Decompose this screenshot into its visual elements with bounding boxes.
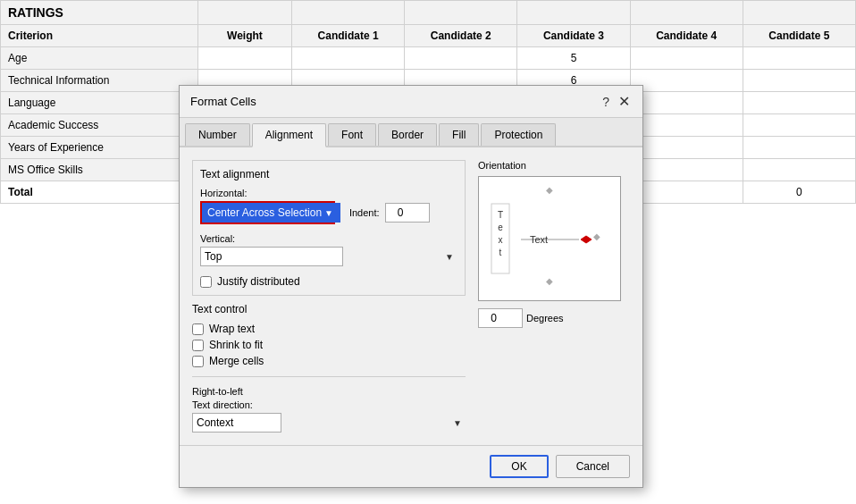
text-control-title: Text control <box>192 303 466 315</box>
tab-font[interactable]: Font <box>328 123 376 146</box>
degrees-label: Degrees <box>526 313 564 323</box>
indent-input[interactable] <box>385 203 430 223</box>
close-button[interactable]: ✕ <box>617 93 632 110</box>
col-c4-header: Candidate 4 <box>630 25 743 47</box>
col-c5-header: Candidate 5 <box>743 25 855 47</box>
total-label: Total <box>1 181 198 204</box>
dialog-title-bar: Format Cells ? ✕ <box>180 86 642 118</box>
format-cells-dialog: Format Cells ? ✕ NumberAlignmentFontBord… <box>179 85 643 488</box>
degrees-row: Degrees <box>478 308 630 328</box>
rtl-title: Right-to-left <box>192 386 466 397</box>
context-dropdown: ContextLeft-to-RightRight-to-Left ▼ <box>192 413 466 433</box>
justify-distributed-label[interactable]: Justify distributed <box>200 275 457 288</box>
dialog-right-panel: Orientation ◆ ◆ ◆ T e x t <box>478 160 630 433</box>
col-criterion-header: Criterion <box>1 25 198 47</box>
col-c4 <box>630 1 743 25</box>
horizontal-select-wrapper: GeneralLeft (Indent)CenterRight (Indent)… <box>200 201 335 224</box>
vertical-group: Vertical: TopCenterBottomJustifyDistribu… <box>200 233 457 266</box>
indent-group: Indent: <box>349 203 430 223</box>
svg-text:◆: ◆ <box>546 185 553 195</box>
dialog-title: Format Cells <box>190 95 256 108</box>
context-arrow-icon: ▼ <box>453 418 462 428</box>
svg-text:T: T <box>497 210 502 220</box>
svg-text:Text: Text <box>530 234 548 245</box>
orientation-box: ◆ ◆ ◆ T e x t Text <box>478 176 621 301</box>
tab-number[interactable]: Number <box>185 123 250 146</box>
horizontal-select[interactable]: GeneralLeft (Indent)CenterRight (Indent)… <box>202 203 340 223</box>
vertical-dropdown: TopCenterBottomJustifyDistributed ▼ <box>200 247 457 266</box>
col-c2-header: Candidate 2 <box>405 25 517 47</box>
merge-cells-checkbox[interactable] <box>192 356 204 367</box>
dialog-footer: OK Cancel <box>180 445 642 487</box>
col-c3 <box>517 1 630 25</box>
justify-distributed-checkbox[interactable] <box>200 276 212 288</box>
row-label: Age <box>1 47 198 70</box>
col-c3-header: Candidate 3 <box>517 25 630 47</box>
spreadsheet: RATINGS Criterion Weight Candidate 1 Can… <box>0 0 856 504</box>
ok-button[interactable]: OK <box>490 455 548 478</box>
col-c1-header: Candidate 1 <box>292 25 405 47</box>
vertical-arrow-icon: ▼ <box>445 252 454 262</box>
shrink-to-fit-label[interactable]: Shrink to fit <box>192 339 466 351</box>
horizontal-row: GeneralLeft (Indent)CenterRight (Indent)… <box>200 201 457 224</box>
table-row: Age 5 <box>1 47 856 70</box>
tab-border[interactable]: Border <box>378 123 437 146</box>
row-label: Language <box>1 92 198 114</box>
orientation-svg: ◆ ◆ ◆ T e x t Text <box>481 177 619 300</box>
orientation-label: Orientation <box>478 160 630 171</box>
text-alignment-title: Text alignment <box>200 168 457 181</box>
sheet-title-cell: RATINGS <box>1 1 198 25</box>
svg-marker-10 <box>581 236 592 243</box>
row-label: Years of Experience <box>1 137 198 159</box>
col-weight-header: Weight <box>197 25 291 47</box>
col-c2 <box>405 1 517 25</box>
shrink-to-fit-checkbox[interactable] <box>192 340 204 351</box>
text-alignment-section: Text alignment Horizontal: GeneralLeft (… <box>192 160 466 296</box>
col-c1 <box>292 1 405 25</box>
svg-text:◆: ◆ <box>593 231 600 241</box>
col-weight <box>197 1 291 25</box>
svg-text:x: x <box>498 235 502 245</box>
text-direction-select[interactable]: ContextLeft-to-RightRight-to-Left <box>192 413 281 433</box>
merge-cells-label[interactable]: Merge cells <box>192 355 466 367</box>
vertical-select[interactable]: TopCenterBottomJustifyDistributed <box>200 247 343 266</box>
vertical-label: Vertical: <box>200 233 457 244</box>
text-control-checkboxes: Wrap text Shrink to fit Merge cells <box>192 323 466 367</box>
divider <box>192 376 466 377</box>
horizontal-label: Horizontal: <box>200 188 457 198</box>
rtl-section: Right-to-left Text direction: ContextLef… <box>192 386 466 433</box>
row-label: Technical Information <box>1 70 198 92</box>
wrap-text-checkbox[interactable] <box>192 323 204 335</box>
cancel-button[interactable]: Cancel <box>556 455 630 478</box>
text-control-section: Text control Wrap text Shrink to fit <box>192 303 466 367</box>
svg-text:t: t <box>499 248 501 257</box>
text-direction-label: Text direction: <box>192 399 466 410</box>
tab-alignment[interactable]: Alignment <box>252 123 326 147</box>
dialog-controls: ? ✕ <box>602 93 632 110</box>
degrees-input[interactable] <box>478 308 523 328</box>
horizontal-group: Horizontal: GeneralLeft (Indent)CenterRi… <box>200 188 457 224</box>
help-icon[interactable]: ? <box>602 95 609 109</box>
tab-fill[interactable]: Fill <box>439 123 479 146</box>
tab-protection[interactable]: Protection <box>481 123 556 146</box>
col-c5 <box>743 1 855 25</box>
svg-text:◆: ◆ <box>546 276 553 286</box>
wrap-text-label[interactable]: Wrap text <box>192 323 466 335</box>
justify-distributed-group: Justify distributed <box>200 275 457 288</box>
dialog-tabs: NumberAlignmentFontBorderFillProtection <box>180 118 642 147</box>
svg-text:e: e <box>498 223 503 232</box>
dialog-body: Text alignment Horizontal: GeneralLeft (… <box>180 147 642 445</box>
row-label: MS Office Skills <box>1 159 198 181</box>
indent-label: Indent: <box>349 207 380 218</box>
dialog-left-panel: Text alignment Horizontal: GeneralLeft (… <box>192 160 466 433</box>
row-label: Academic Success <box>1 114 198 137</box>
